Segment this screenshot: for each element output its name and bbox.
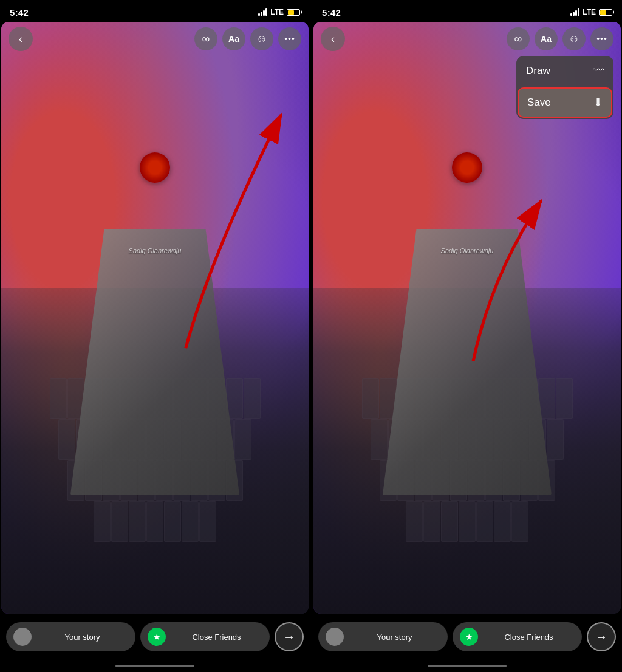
left-bottom-bar: Your story ★ Close Friends → [0, 614, 310, 662]
left-sticker-button[interactable]: ☺ [250, 27, 273, 50]
right-sticker-icon: ☺ [569, 33, 579, 46]
left-close-friends-label: Close Friends [171, 633, 262, 642]
left-lte-icon: LTE [270, 8, 284, 16]
left-story-content[interactable]: Sadiq Olanrewaju ‹ ∞ Aa ☺ [1, 22, 309, 614]
left-back-icon: ‹ [19, 33, 22, 46]
right-dropdown-menu: Draw 〰 Save ⬇ [516, 56, 613, 119]
right-status-bar: 5:42 LTE [312, 0, 622, 22]
right-text-icon: Aa [541, 34, 552, 44]
left-send-icon: → [283, 630, 295, 644]
left-avatar [13, 628, 32, 646]
right-green-star-icon: ★ [460, 628, 478, 646]
right-sticker-button[interactable]: ☺ [562, 27, 586, 50]
right-signal-icon [570, 8, 579, 16]
left-status-bar: 5:42 LTE [0, 0, 310, 22]
right-save-icon: ⬇ [593, 96, 603, 109]
left-text-button[interactable]: Aa [222, 27, 245, 50]
left-controls-right: ∞ Aa ☺ ••• [194, 27, 301, 50]
left-signal-icon [258, 8, 267, 16]
right-more-icon: ••• [596, 34, 607, 44]
right-back-button[interactable]: ‹ [321, 27, 345, 51]
right-infinity-button[interactable]: ∞ [507, 27, 530, 50]
right-bottom-bar: Your story ★ Close Friends → [312, 614, 622, 662]
left-rose-decoration [140, 152, 170, 183]
right-story-content[interactable]: Sadiq Olanrewaju ‹ ∞ Aa ☺ [313, 22, 621, 614]
left-more-button[interactable]: ••• [278, 27, 301, 50]
right-status-time: 5:42 [322, 7, 341, 18]
right-close-friends-button[interactable]: ★ Close Friends [453, 622, 582, 651]
right-save-item[interactable]: Save ⬇ [518, 87, 612, 118]
left-story-controls: ‹ ∞ Aa ☺ ••• [1, 27, 309, 51]
left-your-story-button[interactable]: Your story [6, 622, 135, 651]
left-sticker-icon: ☺ [256, 33, 267, 46]
right-controls-right: ∞ Aa ☺ ••• [507, 27, 613, 50]
left-battery-icon [287, 9, 300, 16]
right-rose-decoration [452, 152, 482, 183]
right-story-controls: ‹ ∞ Aa ☺ ••• [313, 27, 621, 51]
left-send-button[interactable]: → [275, 622, 304, 651]
right-home-bar [428, 665, 507, 667]
left-more-icon: ••• [284, 34, 295, 44]
right-close-friends-label: Close Friends [483, 633, 575, 642]
right-infinity-icon: ∞ [514, 33, 522, 46]
right-avatar [326, 628, 344, 646]
right-save-label: Save [527, 97, 551, 109]
right-send-button[interactable]: → [587, 622, 616, 651]
left-text-icon: Aa [228, 34, 239, 44]
right-more-button[interactable]: ••• [590, 27, 613, 50]
left-back-button[interactable]: ‹ [9, 27, 33, 51]
left-home-indicator [0, 662, 310, 672]
left-status-icons: LTE [258, 8, 300, 16]
left-phone-screen: 5:42 LTE [0, 0, 310, 672]
screens-container: 5:42 LTE [0, 0, 622, 672]
right-lte-icon: LTE [583, 8, 596, 16]
right-watermark: Sadiq Olanrewaju [441, 247, 494, 254]
left-home-bar [115, 665, 194, 667]
right-text-button[interactable]: Aa [535, 27, 558, 50]
kb-row [4, 501, 306, 542]
right-phone-screen: 5:42 LTE [312, 0, 622, 672]
kb-row-r [316, 501, 618, 542]
left-close-friends-button[interactable]: ★ Close Friends [140, 622, 270, 651]
left-watermark: Sadiq Olanrewaju [129, 247, 182, 254]
right-draw-item[interactable]: Draw 〰 [516, 56, 613, 86]
right-your-story-button[interactable]: Your story [318, 622, 448, 651]
right-send-icon: → [595, 630, 607, 644]
left-infinity-icon: ∞ [202, 33, 210, 46]
right-home-indicator [312, 662, 622, 672]
left-green-star-icon: ★ [148, 628, 166, 646]
right-draw-label: Draw [526, 65, 550, 77]
right-draw-icon: 〰 [593, 64, 604, 77]
right-back-icon: ‹ [331, 33, 335, 46]
right-battery-icon [599, 9, 612, 16]
left-your-story-label: Your story [36, 633, 128, 642]
right-status-icons: LTE [570, 8, 612, 16]
right-your-story-label: Your story [349, 633, 440, 642]
left-infinity-button[interactable]: ∞ [194, 27, 217, 50]
left-status-time: 5:42 [10, 7, 29, 18]
